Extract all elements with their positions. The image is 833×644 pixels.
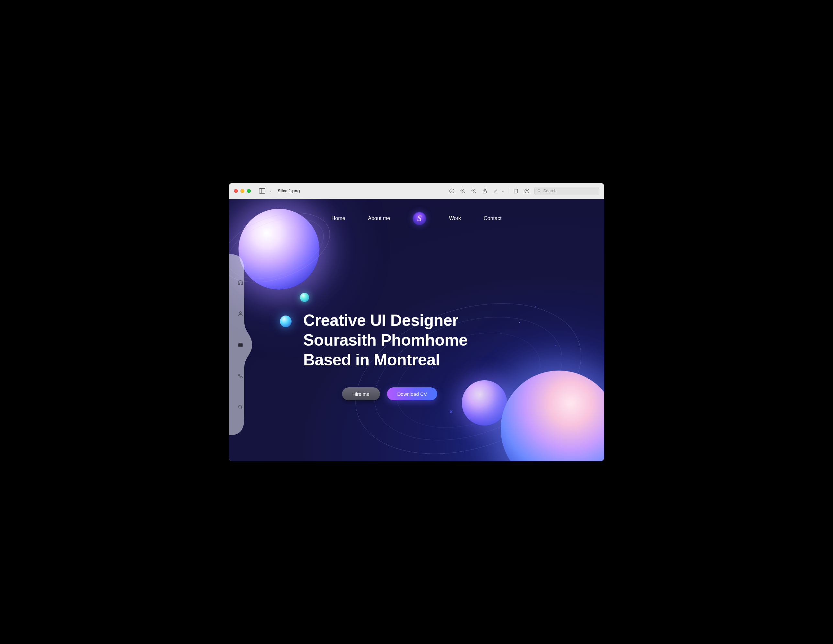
zoom-out-icon[interactable]	[459, 187, 466, 195]
nav-link-contact[interactable]: Contact	[484, 216, 502, 221]
planet-decoration	[462, 380, 507, 425]
brand-logo[interactable]: S	[413, 212, 426, 225]
markup-icon[interactable]	[492, 187, 499, 195]
traffic-lights	[234, 189, 251, 193]
orb-decoration	[280, 316, 291, 327]
share-icon[interactable]	[481, 187, 488, 195]
home-icon	[238, 279, 243, 285]
search-icon	[537, 189, 542, 193]
rotate-icon[interactable]	[512, 187, 519, 195]
briefcase-icon	[238, 342, 243, 348]
svg-rect-14	[514, 190, 518, 193]
star-decoration	[555, 345, 556, 346]
highlight-icon[interactable]	[523, 187, 531, 195]
hire-me-button[interactable]: Hire me	[342, 387, 380, 400]
window-zoom-button[interactable]	[247, 189, 251, 193]
search-input[interactable]	[544, 188, 596, 193]
svg-line-20	[241, 408, 243, 409]
window-minimize-button[interactable]	[240, 189, 244, 193]
planet-decoration	[501, 370, 604, 461]
user-icon	[238, 311, 243, 317]
svg-point-4	[452, 189, 452, 190]
star-decoration	[450, 411, 452, 413]
search-icon	[238, 404, 243, 410]
nav-link-home[interactable]: Home	[331, 216, 345, 221]
hero-heading: Creative UI Designer Sourasith Phomhome …	[303, 311, 468, 370]
window-close-button[interactable]	[234, 189, 238, 193]
nav-link-about[interactable]: About me	[368, 216, 390, 221]
side-nav-work[interactable]	[237, 341, 244, 348]
svg-rect-0	[259, 188, 265, 193]
phone-icon	[238, 373, 243, 379]
window-title: Slice 1.png	[278, 188, 300, 193]
side-nav-profile[interactable]	[237, 310, 244, 317]
sidebar-toggle-button[interactable]	[258, 187, 266, 195]
top-nav: Home About me S Work Contact	[229, 199, 604, 238]
side-nav-search[interactable]	[237, 404, 244, 411]
svg-line-17	[540, 191, 541, 192]
orb-decoration	[300, 293, 309, 302]
page-viewport: Home About me S Work Contact	[229, 199, 604, 461]
svg-line-9	[475, 192, 476, 193]
zoom-in-icon[interactable]	[470, 187, 478, 195]
titlebar: ⌄ Slice 1.png ⌄	[229, 183, 604, 199]
svg-line-6	[464, 192, 465, 193]
cta-row: Hire me Download CV	[342, 387, 468, 400]
side-nav	[229, 254, 252, 435]
hero-line-1: Creative UI Designer	[303, 311, 458, 330]
side-nav-contact[interactable]	[237, 372, 244, 380]
info-icon[interactable]	[448, 187, 455, 195]
hero-line-3: Based in Montreal	[303, 351, 440, 369]
hero: Creative UI Designer Sourasith Phomhome …	[303, 311, 468, 400]
star-decoration	[535, 306, 536, 307]
chevron-down-icon[interactable]: ⌄	[501, 189, 504, 193]
svg-point-18	[240, 312, 241, 314]
hero-line-2: Sourasith Phomhome	[303, 331, 468, 349]
chevron-down-icon[interactable]: ⌄	[269, 189, 272, 193]
toolbar-divider	[508, 188, 508, 194]
side-nav-home[interactable]	[237, 279, 244, 286]
download-cv-button[interactable]: Download CV	[387, 387, 437, 400]
macos-window: ⌄ Slice 1.png ⌄	[229, 183, 604, 461]
search-field[interactable]	[534, 187, 599, 195]
star-decoration	[519, 322, 520, 323]
nav-link-work[interactable]: Work	[449, 216, 461, 221]
